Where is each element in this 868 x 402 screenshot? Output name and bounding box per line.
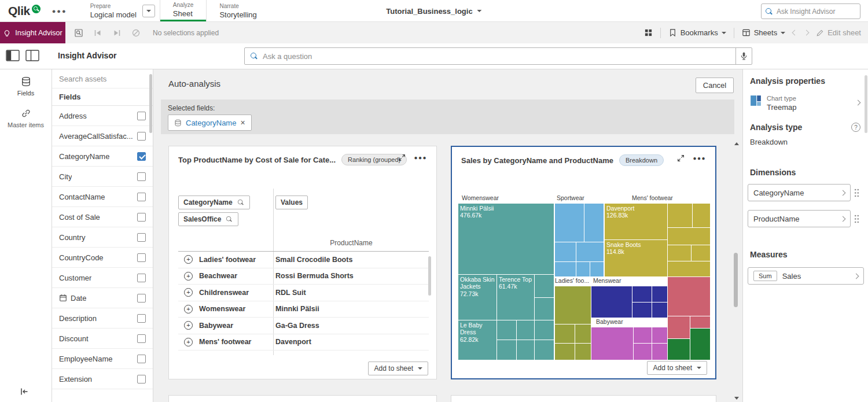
step-back-icon[interactable] — [93, 28, 102, 38]
treemap-cell[interactable] — [555, 286, 591, 324]
field-row[interactable]: Description — [52, 308, 153, 329]
field-checkbox[interactable] — [137, 233, 146, 242]
field-row[interactable]: Address — [52, 106, 153, 126]
treemap-cell[interactable] — [690, 316, 710, 328]
treemap-cell[interactable] — [632, 303, 652, 318]
field-row[interactable]: ContactName — [52, 187, 153, 207]
treemap-cell[interactable] — [668, 204, 692, 227]
scrollbar-thumb[interactable] — [428, 256, 431, 296]
treemap-cell[interactable] — [497, 320, 516, 340]
nav-analyze[interactable]: Analyze Sheet — [160, 0, 207, 21]
treemap-cell[interactable] — [535, 298, 554, 320]
edit-sheet-button[interactable]: Edit sheet — [816, 28, 861, 37]
treemap-cell[interactable] — [576, 242, 604, 261]
field-row[interactable]: CategoryName — [52, 146, 153, 167]
table-row[interactable]: +Ladies' footwearSmall Crocodile Boots — [178, 252, 429, 268]
scroll-down-icon[interactable] — [734, 397, 739, 400]
add-icon[interactable]: + — [184, 321, 193, 330]
selected-field-chip[interactable]: CategoryName × — [168, 115, 252, 131]
bookmarks-menu[interactable]: Bookmarks — [668, 28, 726, 37]
values-chip[interactable]: Values — [275, 196, 308, 209]
drag-handle-icon[interactable] — [854, 189, 859, 197]
field-checkbox[interactable] — [137, 172, 146, 181]
field-checkbox[interactable] — [137, 213, 146, 222]
field-checkbox[interactable] — [137, 274, 146, 282]
nav-prepare[interactable]: Prepare Logical model — [78, 0, 160, 21]
field-row[interactable]: Date — [52, 288, 153, 308]
previous-sheet-icon[interactable] — [792, 30, 798, 36]
chart-type-row[interactable]: Chart type Treemap — [750, 95, 797, 112]
scrollbar-thumb[interactable] — [734, 253, 738, 307]
treemap-cell[interactable]: Davenport126.83k — [605, 204, 667, 239]
toggle-split-view-icon[interactable] — [25, 50, 39, 61]
app-title-menu[interactable]: Tutorial_Business_logic — [386, 0, 481, 22]
add-to-sheet-button[interactable]: Add to sheet — [368, 362, 428, 375]
cancel-button[interactable]: Cancel — [696, 78, 734, 93]
treemap-cell[interactable]: Okkaba Skin Jackets72.73k — [458, 275, 496, 320]
treemap-cell[interactable] — [652, 286, 667, 302]
selections-tool-icon[interactable] — [74, 28, 83, 38]
treemap-cell[interactable] — [590, 262, 604, 276]
add-icon[interactable]: + — [184, 305, 193, 314]
table-row[interactable]: +BabywearGa-Ga Dress — [178, 318, 429, 334]
treemap-cell[interactable] — [668, 277, 710, 316]
treemap-cell[interactable] — [517, 320, 534, 340]
treemap-cell[interactable] — [668, 339, 690, 360]
field-row[interactable]: Customer — [52, 268, 153, 288]
treemap-cell[interactable] — [584, 204, 604, 242]
treemap-cell[interactable] — [575, 324, 591, 343]
ranking-chart-card[interactable]: Top ProductName by Cost of Sale for Cate… — [168, 146, 437, 379]
treemap-cell[interactable] — [632, 286, 652, 302]
dimension-field-productname[interactable]: ProductName — [748, 210, 851, 227]
dimension-field-categoryname[interactable]: CategoryName — [748, 184, 851, 201]
search-assets-box[interactable] — [52, 69, 153, 88]
treemap-cell[interactable] — [575, 344, 591, 360]
rail-item-fields[interactable]: Fields — [0, 69, 52, 101]
next-sheet-icon[interactable] — [804, 30, 810, 36]
table-row[interactable]: +BeachwearRossi Bermuda Shorts — [178, 268, 429, 285]
add-to-sheet-button[interactable]: Add to sheet — [647, 361, 707, 375]
treemap-cell[interactable]: Minnki Pälsii476.67k — [458, 204, 554, 274]
field-row[interactable]: City — [52, 167, 153, 187]
treemap-cell[interactable] — [576, 262, 590, 276]
search-assets-input[interactable] — [59, 75, 146, 83]
ask-a-question-input[interactable] — [263, 52, 735, 61]
treemap-cell[interactable] — [535, 275, 554, 297]
treemap-cell[interactable] — [555, 344, 575, 360]
treemap-cell[interactable] — [517, 340, 534, 360]
treemap-cell[interactable] — [591, 327, 633, 360]
field-checkbox[interactable] — [137, 193, 146, 201]
chevron-right-icon[interactable] — [855, 100, 861, 106]
treemap-cell[interactable] — [690, 329, 710, 360]
treemap-cell[interactable] — [634, 327, 652, 343]
field-checkbox[interactable] — [137, 294, 146, 303]
treemap-cell[interactable] — [668, 245, 691, 261]
treemap-cell[interactable] — [668, 316, 690, 338]
treemap-cell[interactable] — [668, 261, 710, 276]
table-row[interactable]: +WomenswearMinnki Pälsii — [178, 301, 429, 318]
drag-handle-icon[interactable] — [854, 215, 859, 223]
treemap-cell[interactable] — [497, 340, 516, 360]
scroll-up-icon[interactable] — [734, 142, 739, 145]
sheets-menu[interactable]: Sheets — [742, 28, 785, 37]
treemap-cell[interactable] — [555, 242, 576, 261]
field-row[interactable]: Country — [52, 227, 153, 248]
treemap-cell[interactable] — [535, 320, 554, 340]
help-icon[interactable]: ? — [851, 123, 860, 132]
prepare-dropdown-button[interactable] — [142, 5, 155, 17]
toggle-left-panel-icon[interactable] — [6, 50, 20, 61]
ask-insight-advisor-search[interactable] — [761, 3, 860, 19]
field-row[interactable]: CountryCode — [52, 248, 153, 268]
table-row[interactable]: +Mens' footwearDavenport — [178, 334, 429, 351]
rail-item-master-items[interactable]: Master items — [0, 101, 52, 133]
ask-a-question-search[interactable] — [244, 47, 752, 65]
field-row[interactable]: Discount — [52, 329, 153, 349]
treemap-cell[interactable] — [634, 344, 652, 360]
aggregation-chip[interactable]: Sum — [753, 271, 777, 281]
treemap-cell[interactable] — [668, 228, 710, 245]
global-menu-icon[interactable]: ●●● — [52, 8, 67, 14]
qlik-logo[interactable]: Qlik — [0, 0, 46, 21]
step-forward-icon[interactable] — [112, 28, 122, 38]
field-row[interactable]: EmployeeName — [52, 349, 153, 369]
treemap-cell[interactable]: Le Baby Dress62.82k — [458, 320, 496, 360]
